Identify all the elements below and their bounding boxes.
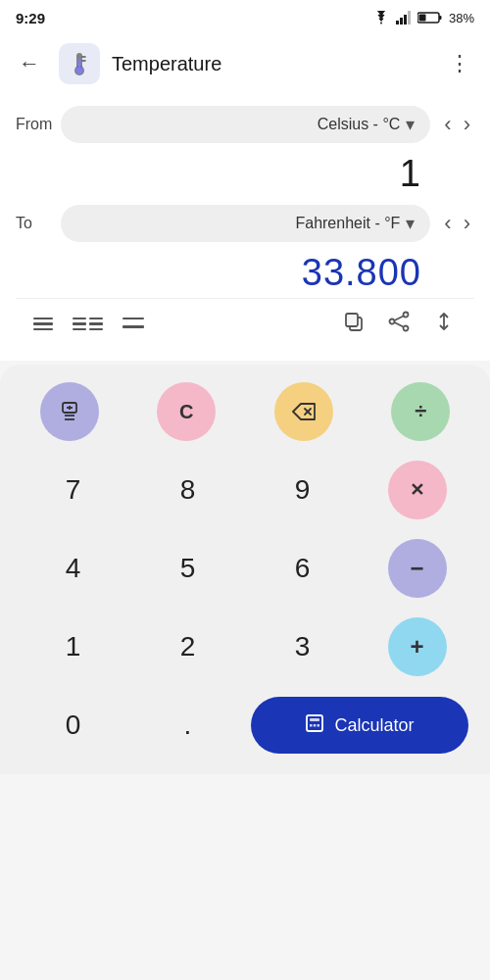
from-next-button[interactable]: › bbox=[460, 108, 474, 141]
action-buttons bbox=[339, 307, 459, 341]
svg-rect-6 bbox=[418, 15, 425, 22]
from-row: From Celsius - °C ▾ ‹ › bbox=[16, 106, 474, 143]
to-next-button[interactable]: › bbox=[460, 207, 474, 240]
svg-point-16 bbox=[390, 319, 395, 324]
key-4[interactable]: 4 bbox=[16, 529, 130, 608]
add-key[interactable]: + bbox=[388, 617, 447, 676]
key-8[interactable]: 8 bbox=[130, 451, 245, 529]
svg-rect-5 bbox=[439, 16, 442, 20]
subtract-cell: − bbox=[360, 529, 474, 608]
from-unit-selector[interactable]: Celsius - °C ▾ bbox=[61, 106, 430, 143]
keypad-bottom-row: 0 . Calculator bbox=[16, 686, 474, 764]
key-9[interactable]: 9 bbox=[245, 451, 360, 529]
to-value-row: 33.800 bbox=[16, 248, 474, 298]
key-dot[interactable]: . bbox=[130, 686, 245, 764]
svg-point-17 bbox=[404, 326, 409, 331]
swap-button[interactable] bbox=[429, 307, 459, 341]
share-button[interactable] bbox=[384, 307, 414, 341]
svg-rect-31 bbox=[314, 724, 317, 727]
svg-rect-2 bbox=[404, 15, 407, 24]
key-7[interactable]: 7 bbox=[16, 451, 130, 529]
svg-rect-32 bbox=[318, 724, 320, 727]
key-1[interactable]: 1 bbox=[16, 608, 130, 686]
format-columns-button[interactable] bbox=[71, 316, 105, 333]
to-unit-selector[interactable]: Fahrenheit - °F ▾ bbox=[61, 205, 430, 242]
to-dropdown-icon: ▾ bbox=[406, 213, 415, 234]
svg-rect-14 bbox=[346, 314, 358, 326]
calculator-icon bbox=[305, 713, 324, 738]
to-row: To Fahrenheit - °F ▾ ‹ › bbox=[16, 205, 474, 242]
svg-rect-29 bbox=[310, 718, 319, 721]
app-icon bbox=[59, 43, 100, 84]
multiply-cell: ✕ bbox=[360, 451, 474, 529]
format-lines-button[interactable] bbox=[31, 316, 55, 333]
calculator-button[interactable]: Calculator bbox=[251, 697, 468, 754]
converter-section: From Celsius - °C ▾ ‹ › 1 To Fahrenheit … bbox=[0, 92, 490, 361]
svg-rect-28 bbox=[307, 715, 322, 731]
divide-key[interactable]: ÷ bbox=[391, 382, 450, 441]
backspace-key[interactable] bbox=[274, 382, 333, 441]
app-title: Temperature bbox=[112, 53, 429, 75]
keypad-grid: 7 8 9 ✕ 4 5 6 − 1 2 3 + bbox=[16, 451, 474, 686]
key-0[interactable]: 0 bbox=[16, 686, 130, 764]
status-time: 9:29 bbox=[16, 10, 45, 26]
to-nav: ‹ › bbox=[440, 207, 474, 240]
from-label: From bbox=[16, 116, 51, 133]
clear-key[interactable]: C bbox=[157, 382, 216, 441]
to-prev-button[interactable]: ‹ bbox=[440, 207, 455, 240]
copy-button[interactable] bbox=[339, 307, 368, 341]
status-bar: 9:29 38% bbox=[0, 0, 490, 35]
add-cell: + bbox=[360, 608, 474, 686]
from-value: 1 bbox=[400, 153, 421, 195]
format-buttons bbox=[31, 316, 339, 333]
svg-rect-30 bbox=[310, 724, 313, 727]
svg-rect-1 bbox=[400, 18, 403, 24]
from-unit-text: Celsius - °C bbox=[318, 116, 401, 133]
from-value-row: 1 bbox=[16, 149, 474, 199]
calculator-label: Calculator bbox=[334, 715, 414, 736]
multiply-key[interactable]: ✕ bbox=[388, 461, 447, 519]
status-icons: 38% bbox=[372, 11, 474, 25]
svg-point-15 bbox=[404, 313, 409, 318]
calc-svg-icon bbox=[305, 713, 324, 733]
key-5[interactable]: 5 bbox=[130, 529, 245, 608]
menu-button[interactable]: ⋮ bbox=[441, 47, 478, 80]
svg-line-19 bbox=[395, 322, 404, 327]
back-button[interactable]: ← bbox=[12, 51, 47, 76]
to-unit-text: Fahrenheit - °F bbox=[295, 215, 400, 232]
plus-minus-key[interactable] bbox=[40, 382, 99, 441]
wifi-icon bbox=[372, 11, 390, 24]
subtract-key[interactable]: − bbox=[388, 539, 447, 598]
svg-line-18 bbox=[395, 317, 404, 321]
app-bar: ← Temperature ⋮ bbox=[0, 35, 490, 92]
from-nav: ‹ › bbox=[440, 108, 474, 141]
signal-icon bbox=[396, 11, 412, 24]
to-label: To bbox=[16, 215, 51, 232]
from-prev-button[interactable]: ‹ bbox=[440, 108, 455, 141]
key-3[interactable]: 3 bbox=[245, 608, 360, 686]
battery-percent: 38% bbox=[449, 11, 474, 25]
format-two-lines-button[interactable] bbox=[121, 316, 146, 333]
key-2[interactable]: 2 bbox=[130, 608, 245, 686]
keypad-area: C ÷ 7 8 9 ✕ 4 5 6 − 1 2 3 + bbox=[0, 365, 490, 774]
thermometer-icon bbox=[67, 51, 92, 76]
svg-point-10 bbox=[76, 68, 83, 74]
from-dropdown-icon: ▾ bbox=[406, 114, 415, 135]
svg-rect-3 bbox=[408, 11, 411, 24]
to-value: 33.800 bbox=[302, 252, 421, 294]
svg-rect-0 bbox=[396, 21, 399, 24]
key-6[interactable]: 6 bbox=[245, 529, 360, 608]
battery-icon bbox=[417, 11, 443, 24]
toolbar bbox=[16, 298, 474, 349]
special-keys-row: C ÷ bbox=[16, 382, 474, 441]
